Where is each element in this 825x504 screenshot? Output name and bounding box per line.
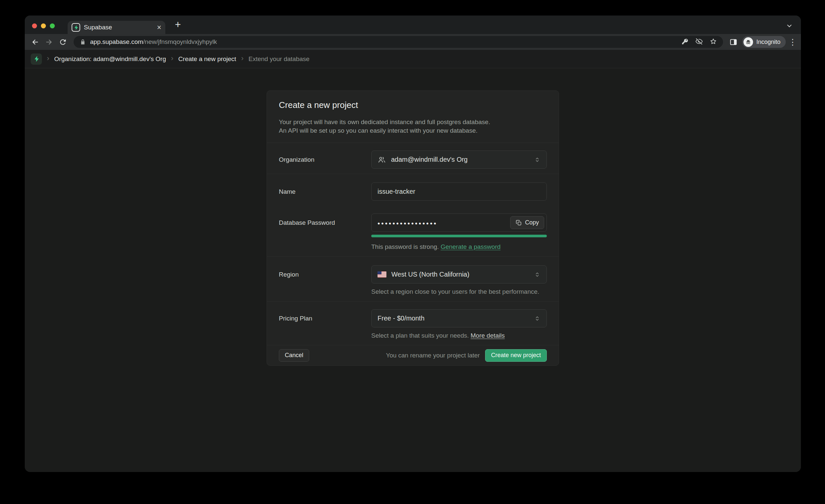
supabase-favicon-icon xyxy=(72,23,80,32)
organization-row: Organization adam@windmill.dev's Org xyxy=(267,143,559,173)
card-footer: Cancel You can rename your project later… xyxy=(267,345,559,365)
region-label: Region xyxy=(279,265,371,296)
password-label: Database Password xyxy=(279,214,371,251)
eye-off-icon[interactable] xyxy=(695,38,703,47)
browser-toolbar: app.supabase.com/new/jfnsmqoynldvxjyhpyl… xyxy=(25,34,801,50)
us-flag-icon xyxy=(378,271,386,278)
url-bar-actions xyxy=(681,38,717,47)
generate-password-link[interactable]: Generate a password xyxy=(441,243,501,250)
create-new-project-button[interactable]: Create new project xyxy=(485,349,547,362)
organization-select[interactable]: adam@windmill.dev's Org xyxy=(371,150,547,169)
minimize-window-button[interactable] xyxy=(41,23,46,28)
tab-strip: Supabase × + xyxy=(25,15,801,34)
browser-window: Supabase × + app.supabase.c xyxy=(25,15,801,472)
create-project-card: Create a new project Your project will h… xyxy=(267,90,559,366)
cancel-button[interactable]: Cancel xyxy=(279,349,309,362)
tab-search-chevron-icon[interactable] xyxy=(786,22,793,29)
breadcrumb: › Organization: adam@windmill.dev's Org … xyxy=(25,50,801,68)
close-window-button[interactable] xyxy=(32,23,37,28)
project-name-input[interactable] xyxy=(371,183,547,201)
back-icon[interactable] xyxy=(29,35,41,48)
browser-tab-supabase[interactable]: Supabase × xyxy=(68,21,165,34)
supabase-logo-icon[interactable] xyxy=(31,54,42,65)
region-value: West US (North California) xyxy=(391,271,469,278)
region-row: Region West US (North California) Select… xyxy=(267,257,559,301)
pricing-help-text: Select a plan that suits your needs. Mor… xyxy=(371,332,547,340)
url-text: app.supabase.com/new/jfnsmqoynldvxjyhpyl… xyxy=(90,38,217,46)
url-path: /new/jfnsmqoynldvxjyhpylk xyxy=(143,38,217,45)
organization-label: Organization xyxy=(279,150,371,169)
region-select[interactable]: West US (North California) xyxy=(371,265,547,284)
side-panel-icon[interactable] xyxy=(728,36,740,48)
pricing-value: Free - $0/month xyxy=(378,314,424,322)
breadcrumb-item-create-project[interactable]: Create a new project xyxy=(178,56,236,63)
card-header: Create a new project Your project will h… xyxy=(267,91,559,143)
key-icon[interactable] xyxy=(681,38,689,47)
more-details-link[interactable]: More details xyxy=(470,332,505,339)
incognito-label: Incognito xyxy=(756,39,780,46)
copy-button-label: Copy xyxy=(525,219,539,226)
region-help-text: Select a region close to your users for … xyxy=(371,288,547,296)
name-label: Name xyxy=(279,183,371,201)
breadcrumb-item-extend-database: Extend your database xyxy=(248,56,309,63)
users-icon xyxy=(378,155,386,164)
chevron-right-icon: › xyxy=(171,55,173,63)
select-chevrons-icon xyxy=(534,156,540,163)
pricing-label: Pricing Plan xyxy=(279,309,371,340)
bookmark-star-icon[interactable] xyxy=(709,38,717,47)
reload-icon[interactable] xyxy=(57,35,69,48)
strength-text: This password is strong. xyxy=(371,243,439,250)
pricing-select[interactable]: Free - $0/month xyxy=(371,309,547,328)
lock-icon xyxy=(80,39,86,45)
password-masked-value: •••••••••••••••• xyxy=(378,218,438,227)
chevron-right-icon: › xyxy=(47,55,49,63)
window-controls xyxy=(32,23,55,28)
copy-icon xyxy=(516,219,522,226)
pricing-help-message: Select a plan that suits your needs. xyxy=(371,332,469,339)
select-chevrons-icon xyxy=(534,315,540,322)
incognito-icon xyxy=(744,37,753,47)
page-title: Create a new project xyxy=(279,99,547,111)
zoom-window-button[interactable] xyxy=(50,23,55,28)
rename-note: You can rename your project later xyxy=(386,352,479,359)
tab-title: Supabase xyxy=(84,24,153,31)
pricing-row: Pricing Plan Free - $0/month Select a pl… xyxy=(267,301,559,345)
copy-password-button[interactable]: Copy xyxy=(510,216,544,229)
organization-value: adam@windmill.dev's Org xyxy=(391,156,468,163)
browser-menu-icon[interactable]: ⋮ xyxy=(789,37,797,47)
breadcrumb-item-organization[interactable]: Organization: adam@windmill.dev's Org xyxy=(54,56,166,63)
page-content: Create a new project Your project will h… xyxy=(25,68,801,472)
password-row: Database Password •••••••••••••••• Copy xyxy=(267,201,559,257)
tab-close-icon[interactable]: × xyxy=(157,24,161,31)
name-row: Name xyxy=(267,173,559,201)
select-chevrons-icon xyxy=(534,271,540,278)
new-tab-button[interactable]: + xyxy=(172,20,183,29)
desktop: Supabase × + app.supabase.c xyxy=(0,0,825,504)
card-description-line1: Your project will have its own dedicated… xyxy=(279,118,547,126)
chevron-right-icon: › xyxy=(241,55,243,63)
password-strength-message: This password is strong. Generate a pass… xyxy=(371,243,547,251)
password-strength-bar xyxy=(371,235,547,237)
incognito-profile-badge[interactable]: Incognito xyxy=(742,36,786,48)
url-bar[interactable]: app.supabase.com/new/jfnsmqoynldvxjyhpyl… xyxy=(74,36,723,48)
card-description-line2: An API will be set up so you can easily … xyxy=(279,126,547,135)
url-host: app.supabase.com xyxy=(90,38,143,45)
forward-icon[interactable] xyxy=(43,35,55,48)
